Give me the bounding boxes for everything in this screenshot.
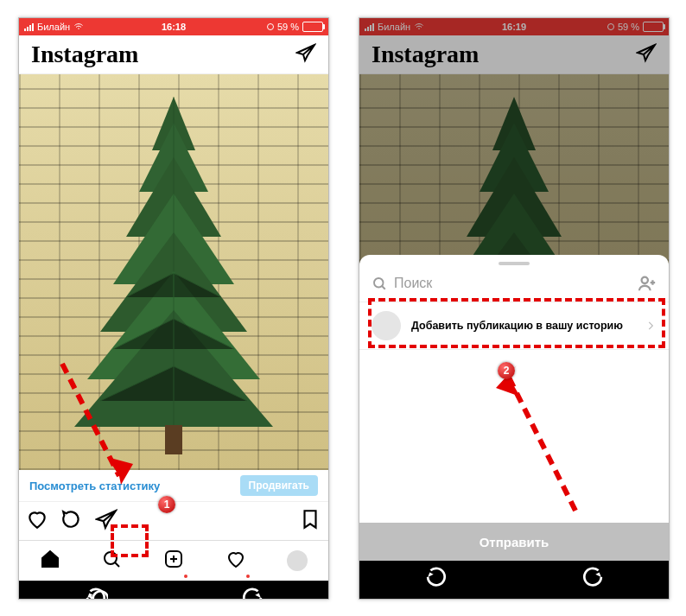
add-group-icon[interactable] bbox=[638, 274, 657, 293]
nav-forward-icon[interactable] bbox=[240, 587, 263, 600]
tree-image bbox=[48, 90, 299, 461]
nav-forward-icon[interactable] bbox=[581, 567, 603, 593]
clock-label: 16:19 bbox=[502, 22, 526, 32]
story-avatar-icon bbox=[372, 311, 401, 340]
send-button[interactable]: Отправить bbox=[359, 523, 669, 561]
share-icon[interactable] bbox=[95, 508, 118, 534]
share-sheet: Поиск Добавить публикацию в вашу историю… bbox=[359, 255, 669, 561]
sheet-grabber[interactable] bbox=[499, 262, 530, 265]
promote-button[interactable]: Продвигать bbox=[240, 475, 318, 496]
direct-message-icon[interactable] bbox=[636, 42, 657, 67]
tab-bar bbox=[19, 540, 328, 581]
save-icon[interactable] bbox=[299, 508, 321, 534]
svg-point-5 bbox=[374, 278, 384, 288]
system-nav bbox=[19, 581, 328, 600]
wifi-icon bbox=[414, 22, 424, 32]
signal-icon bbox=[365, 23, 374, 31]
svg-rect-0 bbox=[165, 425, 182, 454]
signal-icon bbox=[24, 23, 34, 31]
add-to-story-row[interactable]: Добавить публикацию в вашу историю bbox=[359, 302, 669, 350]
battery-label: 59 % bbox=[277, 22, 299, 32]
carrier-label: Билайн bbox=[378, 22, 410, 32]
svg-point-6 bbox=[642, 277, 648, 283]
phone-screenshot-2: Билайн 16:19 59 % Instagram bbox=[359, 17, 670, 600]
nav-back-icon[interactable] bbox=[426, 567, 448, 593]
instagram-logo: Instagram bbox=[31, 41, 138, 68]
app-header: Instagram bbox=[359, 35, 669, 74]
comment-icon[interactable] bbox=[60, 508, 83, 534]
post-image[interactable] bbox=[19, 74, 328, 470]
battery-label: 59 % bbox=[618, 22, 639, 32]
battery-icon bbox=[302, 22, 323, 32]
tab-activity-icon[interactable] bbox=[225, 549, 246, 573]
status-dot-icon bbox=[607, 23, 614, 30]
view-stats-link[interactable]: Посмотреть статистику bbox=[29, 479, 160, 492]
search-input[interactable]: Поиск bbox=[394, 276, 631, 291]
app-header: Instagram bbox=[19, 35, 328, 74]
system-nav bbox=[359, 560, 669, 599]
status-dot-icon bbox=[267, 23, 274, 30]
post-action-row bbox=[19, 501, 328, 540]
clock-label: 16:18 bbox=[162, 22, 186, 32]
carrier-label: Билайн bbox=[37, 22, 70, 32]
nav-back-icon[interactable] bbox=[86, 587, 108, 600]
svg-point-1 bbox=[105, 552, 117, 564]
status-bar: Билайн 16:19 59 % bbox=[359, 18, 669, 35]
tab-profile-icon[interactable] bbox=[287, 550, 308, 571]
post-stats-row: Посмотреть статистику Продвигать bbox=[19, 470, 328, 501]
tab-search-icon[interactable] bbox=[101, 549, 122, 573]
like-icon[interactable] bbox=[26, 508, 48, 534]
search-icon bbox=[372, 276, 387, 291]
direct-message-icon[interactable] bbox=[295, 42, 316, 67]
battery-icon bbox=[643, 22, 664, 32]
add-to-story-label: Добавить публикацию в вашу историю bbox=[411, 320, 634, 332]
instagram-logo: Instagram bbox=[372, 41, 479, 68]
phone-screenshot-1: Билайн 16:18 59 % Instagram bbox=[18, 17, 329, 600]
tab-home-icon[interactable] bbox=[40, 549, 60, 573]
status-bar: Билайн 16:18 59 % bbox=[19, 18, 328, 35]
chevron-right-icon bbox=[645, 320, 657, 332]
wifi-icon bbox=[73, 22, 84, 32]
tab-add-icon[interactable] bbox=[163, 549, 184, 573]
